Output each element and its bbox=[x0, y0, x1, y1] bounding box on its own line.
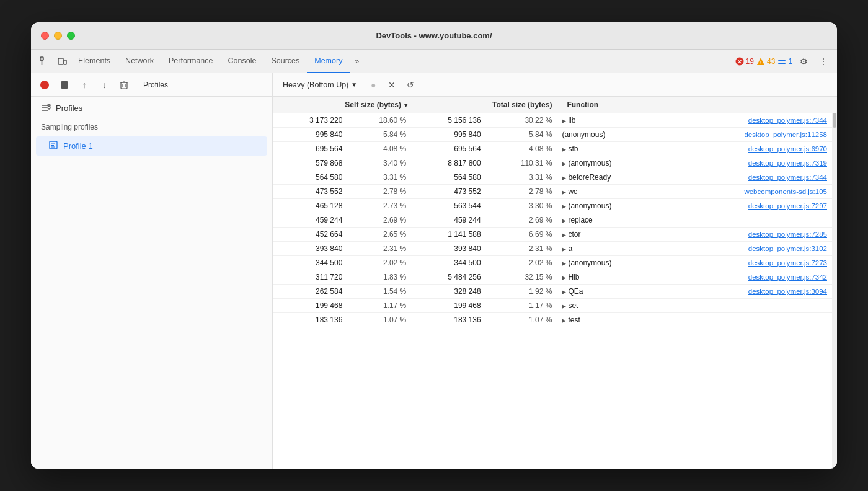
warning-badge: ! 43 bbox=[756, 57, 775, 66]
file-cell[interactable]: desktop_polymer.js:7319 bbox=[663, 156, 837, 170]
function-cell[interactable]: ▶QEa bbox=[557, 285, 663, 299]
inspect-element-icon[interactable] bbox=[36, 53, 53, 70]
upload-button[interactable] bbox=[76, 76, 93, 94]
table-row[interactable]: 995 840 5.84 % 995 840 5.84 % (anonymous… bbox=[273, 128, 837, 142]
collect-garbage-button[interactable] bbox=[115, 76, 133, 94]
function-cell[interactable]: ▶(anonymous) bbox=[557, 199, 663, 213]
table-row[interactable]: 183 136 1.07 % 183 136 1.07 % ▶test bbox=[273, 313, 837, 327]
total-size-cell: 995 840 bbox=[411, 128, 483, 142]
file-cell[interactable]: desktop_polymer.js:7297 bbox=[663, 199, 837, 213]
function-cell[interactable]: ▶lib bbox=[557, 113, 663, 128]
total-size-cell: 199 468 bbox=[411, 299, 483, 313]
tabs-overflow-button[interactable]: » bbox=[350, 50, 364, 73]
self-pct-cell: 3.31 % bbox=[345, 170, 411, 185]
function-cell[interactable]: ▶(anonymous) bbox=[557, 256, 663, 270]
dropdown-arrow-icon: ▼ bbox=[351, 81, 357, 88]
table-row[interactable]: 465 128 2.73 % 563 544 3.30 % ▶(anonymou… bbox=[273, 199, 837, 213]
file-cell[interactable]: webcomponents-sd.js:105 bbox=[663, 185, 837, 199]
table-row[interactable]: 473 552 2.78 % 473 552 2.78 % ▶wc webcom… bbox=[273, 185, 837, 199]
self-pct-cell: 18.60 % bbox=[345, 113, 411, 128]
self-pct-cell: 2.02 % bbox=[345, 256, 411, 270]
view-dropdown[interactable]: Heavy (Bottom Up) ▼ bbox=[278, 78, 362, 92]
table-row[interactable]: 564 580 3.31 % 564 580 3.31 % ▶beforeRea… bbox=[273, 170, 837, 185]
total-size-cell: 564 580 bbox=[411, 170, 483, 185]
file-cell[interactable]: desktop_polymer.js:3102 bbox=[663, 242, 837, 256]
self-pct-cell: 4.08 % bbox=[345, 142, 411, 156]
table-row[interactable]: 3 173 220 18.60 % 5 156 136 30.22 % ▶lib… bbox=[273, 113, 837, 128]
self-size-cell: 344 500 bbox=[273, 256, 345, 270]
function-cell[interactable]: ▶set bbox=[557, 299, 663, 313]
file-cell[interactable]: desktop_polymer.js:11258 bbox=[663, 128, 837, 142]
file-cell[interactable]: desktop_polymer.js:7342 bbox=[663, 270, 837, 285]
profile1-item[interactable]: Profile 1 bbox=[36, 136, 267, 156]
more-options-icon[interactable]: ⋮ bbox=[815, 53, 832, 70]
file-cell[interactable] bbox=[663, 213, 837, 228]
file-cell[interactable] bbox=[663, 299, 837, 313]
function-cell[interactable]: ▶ctor bbox=[557, 228, 663, 242]
file-cell[interactable]: desktop_polymer.js:7344 bbox=[663, 170, 837, 185]
self-pct-cell: 1.07 % bbox=[345, 313, 411, 327]
tab-network[interactable]: Network bbox=[118, 50, 161, 73]
devtools-tabs-bar: Elements Network Performance Console Sou… bbox=[31, 50, 837, 73]
total-size-cell: 183 136 bbox=[411, 313, 483, 327]
table-row[interactable]: 695 564 4.08 % 695 564 4.08 % ▶sfb deskt… bbox=[273, 142, 837, 156]
tab-elements[interactable]: Elements bbox=[71, 50, 118, 73]
self-pct-cell: 2.73 % bbox=[345, 199, 411, 213]
function-cell[interactable]: ▶wc bbox=[557, 185, 663, 199]
function-header[interactable]: Function bbox=[557, 97, 663, 113]
total-pct-cell: 32.15 % bbox=[484, 270, 557, 285]
self-size-header[interactable]: Self size (bytes) ▼ bbox=[273, 97, 411, 113]
tab-console[interactable]: Console bbox=[221, 50, 264, 73]
tab-sources[interactable]: Sources bbox=[264, 50, 307, 73]
data-table[interactable]: Self size (bytes) ▼ Total size (bytes) F… bbox=[273, 97, 837, 469]
file-cell[interactable]: desktop_polymer.js:6970 bbox=[663, 142, 837, 156]
file-cell[interactable] bbox=[663, 313, 837, 327]
file-cell[interactable]: desktop_polymer.js:7344 bbox=[663, 113, 837, 128]
close-button[interactable] bbox=[41, 32, 49, 40]
table-row[interactable]: 262 584 1.54 % 328 248 1.92 % ▶QEa deskt… bbox=[273, 285, 837, 299]
self-pct-cell: 2.31 % bbox=[345, 242, 411, 256]
minimize-button[interactable] bbox=[54, 32, 62, 40]
maximize-button[interactable] bbox=[67, 32, 75, 40]
svg-text:✕: ✕ bbox=[737, 59, 742, 65]
function-cell[interactable]: ▶sfb bbox=[557, 142, 663, 156]
function-cell[interactable]: ▶replace bbox=[557, 213, 663, 228]
function-cell[interactable]: (anonymous) bbox=[557, 128, 663, 142]
table-row[interactable]: 579 868 3.40 % 8 817 800 110.31 % ▶(anon… bbox=[273, 156, 837, 170]
self-size-cell: 564 580 bbox=[273, 170, 345, 185]
file-cell[interactable]: desktop_polymer.js:3094 bbox=[663, 285, 837, 299]
eye-filter-button[interactable]: ● bbox=[366, 77, 381, 92]
total-pct-cell: 2.02 % bbox=[484, 256, 557, 270]
function-cell[interactable]: ▶test bbox=[557, 313, 663, 327]
function-cell[interactable]: ▶a bbox=[557, 242, 663, 256]
table-row[interactable]: 393 840 2.31 % 393 840 2.31 % ▶a desktop… bbox=[273, 242, 837, 256]
table-row[interactable]: 344 500 2.02 % 344 500 2.02 % ▶(anonymou… bbox=[273, 256, 837, 270]
total-size-cell: 473 552 bbox=[411, 185, 483, 199]
download-button[interactable] bbox=[95, 76, 113, 94]
total-size-header[interactable]: Total size (bytes) bbox=[411, 97, 557, 113]
table-row[interactable]: 459 244 2.69 % 459 244 2.69 % ▶replace bbox=[273, 213, 837, 228]
scrollbar-track[interactable] bbox=[832, 97, 837, 469]
file-cell[interactable]: desktop_polymer.js:7273 bbox=[663, 256, 837, 270]
refresh-button[interactable]: ↺ bbox=[403, 77, 418, 92]
stop-button[interactable] bbox=[56, 76, 73, 94]
function-cell[interactable]: ▶Hib bbox=[557, 270, 663, 285]
function-cell[interactable]: ▶beforeReady bbox=[557, 170, 663, 185]
function-cell[interactable]: ▶(anonymous) bbox=[557, 156, 663, 170]
tab-performance[interactable]: Performance bbox=[161, 50, 221, 73]
clear-button[interactable]: ✕ bbox=[384, 77, 399, 92]
total-size-cell: 695 564 bbox=[411, 142, 483, 156]
record-button[interactable] bbox=[36, 76, 53, 94]
total-pct-cell: 2.78 % bbox=[484, 185, 557, 199]
table-row[interactable]: 311 720 1.83 % 5 484 256 32.15 % ▶Hib de… bbox=[273, 270, 837, 285]
device-toggle-icon[interactable] bbox=[53, 53, 71, 70]
settings-icon[interactable]: ⚙ bbox=[795, 53, 812, 70]
self-pct-cell: 2.69 % bbox=[345, 213, 411, 228]
file-cell[interactable]: desktop_polymer.js:7285 bbox=[663, 228, 837, 242]
table-row[interactable]: 452 664 2.65 % 1 141 588 6.69 % ▶ctor de… bbox=[273, 228, 837, 242]
table-header-row: Self size (bytes) ▼ Total size (bytes) F… bbox=[273, 97, 837, 113]
table-row[interactable]: 199 468 1.17 % 199 468 1.17 % ▶set bbox=[273, 299, 837, 313]
self-size-cell: 262 584 bbox=[273, 285, 345, 299]
tab-memory[interactable]: Memory bbox=[307, 50, 350, 73]
total-pct-cell: 30.22 % bbox=[484, 113, 557, 128]
